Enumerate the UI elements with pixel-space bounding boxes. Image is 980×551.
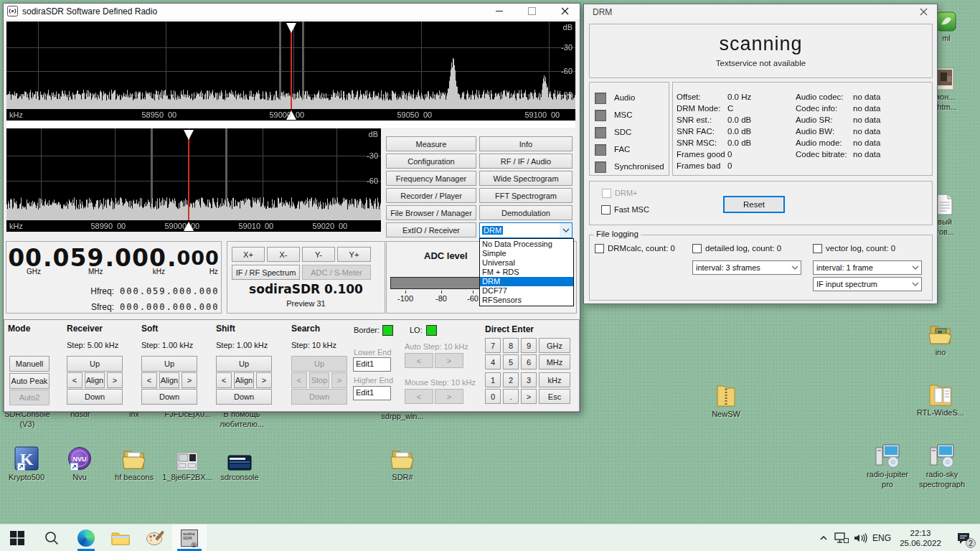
desktop-icon-sdrpp-win[interactable]: sdrpp_win... xyxy=(375,411,430,421)
drmcalc-count-0-checkbox[interactable] xyxy=(595,244,604,253)
titlebar[interactable]: sodiraSDR Software Defined Radio xyxy=(4,4,580,19)
shift-up-button[interactable]: Up xyxy=(216,356,272,372)
receiver-down-button[interactable]: Down xyxy=(67,389,123,405)
nav-button-extio-receiver[interactable]: ExtIO / Receiver xyxy=(386,222,476,237)
keypad-2-key[interactable]: 2 xyxy=(503,372,519,387)
minimize-button[interactable] xyxy=(487,4,512,19)
x-minus-button[interactable]: X- xyxy=(267,247,300,262)
tray-network-button[interactable] xyxy=(832,524,851,551)
nav-button-fft-spectrogram[interactable]: FFT Spectrogram xyxy=(479,188,573,203)
soft-align-button[interactable]: Align xyxy=(159,372,179,388)
tray-clock[interactable]: 22:13 25.06.2022 xyxy=(894,524,947,551)
close-button[interactable] xyxy=(552,4,577,19)
desktop-icon-1-8je6f2bx[interactable]: 1_8je6F2BX... xyxy=(160,445,215,482)
taskbar-paint-button[interactable] xyxy=(138,524,172,551)
auto-step-right-button[interactable]: > xyxy=(435,353,463,368)
tray-volume-button[interactable] xyxy=(851,524,870,551)
drm-titlebar[interactable]: DRM xyxy=(584,4,937,20)
keypad-8-key[interactable]: 8 xyxy=(503,338,519,353)
soft-right-button[interactable]: > xyxy=(182,372,197,388)
tray-language-indicator[interactable]: ENG xyxy=(870,524,894,551)
taskbar-sodirasdr-button[interactable]: sodiraSDR◎ xyxy=(172,524,207,551)
desktop-icon-sdrconsole[interactable]: sdrconsole xyxy=(212,445,267,482)
keypad-4-key[interactable]: 4 xyxy=(485,354,501,369)
demod-option-dcf77[interactable]: DCF77 xyxy=(480,286,573,296)
wide-spectrum-display[interactable] xyxy=(6,22,575,121)
tray-chevron-button[interactable] xyxy=(815,524,832,551)
shift-align-button[interactable]: Align xyxy=(234,372,254,388)
desktop-icon-nvu[interactable]: NVUNvu xyxy=(52,445,107,482)
if-rf-spectrum-button[interactable]: IF / RF Spectrum xyxy=(232,265,300,280)
adc-s-meter-button[interactable]: ADC / S-Meter xyxy=(302,265,371,280)
reset-button[interactable]: Reset xyxy=(723,196,785,213)
nav-button-info[interactable]: Info xyxy=(479,136,573,151)
mode-auto-peak-button[interactable]: Auto Peak xyxy=(9,373,50,389)
keypad-6-key[interactable]: 6 xyxy=(521,354,537,369)
nav-button-file-browser-manager[interactable]: File Browser / Manager xyxy=(386,205,476,220)
keypad-0-key[interactable]: 0 xyxy=(485,389,501,404)
mouse-step-left-button[interactable]: < xyxy=(405,389,433,404)
taskbar-file-explorer-button[interactable] xyxy=(103,524,138,551)
receiver-left-button[interactable]: < xyxy=(67,372,83,388)
desktop-icon-newsw[interactable]: NewSW xyxy=(699,382,753,419)
vector-log-source-combo[interactable]: IF input spectrum xyxy=(813,277,922,291)
detailed-log-interval-combo[interactable]: interval: 3 sframes xyxy=(692,260,801,275)
chevron-down-icon[interactable] xyxy=(909,278,921,291)
nav-button-wide-spectrogram[interactable]: Wide Spectrogram xyxy=(479,171,573,186)
demod-option-fm-rds[interactable]: FM + RDS xyxy=(480,268,573,277)
keypad-ghz-key[interactable]: GHz xyxy=(539,338,570,353)
search-up-button[interactable]: Up xyxy=(291,356,347,372)
fast-msc-checkbox[interactable] xyxy=(601,205,611,215)
keypad-1-key[interactable]: 1 xyxy=(485,372,501,387)
search-right-button[interactable]: > xyxy=(331,372,347,388)
taskbar-search-button[interactable] xyxy=(34,524,69,551)
detailed-log-count-0-checkbox[interactable] xyxy=(692,244,702,253)
mode-manuell-button[interactable]: Manuell xyxy=(9,356,50,372)
nav-button-measure[interactable]: Measure xyxy=(386,136,476,151)
chevron-down-icon[interactable] xyxy=(909,261,921,274)
keypad-arrow-key[interactable]: > xyxy=(521,389,537,404)
higher-end-input[interactable]: Edit1 xyxy=(353,386,391,400)
vector-log-count-0-checkbox[interactable] xyxy=(813,244,822,253)
maximize-button[interactable] xyxy=(519,4,544,19)
receiver-align-button[interactable]: Align xyxy=(85,372,105,388)
desktop-icon-radio-sky[interactable]: radio-skyspectrograph xyxy=(915,442,969,489)
x-plus-button[interactable]: X+ xyxy=(232,247,265,262)
y-minus-button[interactable]: Y- xyxy=(302,247,335,262)
desktop-icon-ino[interactable]: ino xyxy=(913,320,968,357)
shift-right-button[interactable]: > xyxy=(256,372,272,388)
start-button[interactable] xyxy=(0,524,34,551)
nav-button-frequency-manager[interactable]: Frequency Manager xyxy=(386,171,476,186)
chevron-down-icon[interactable] xyxy=(788,261,801,274)
desktop-icon-rtl-wides[interactable]: RTL-WideS... xyxy=(913,380,968,418)
keypad-3-key[interactable]: 3 xyxy=(521,372,537,387)
auto-step-left-button[interactable]: < xyxy=(405,353,433,368)
vector-log-interval-combo[interactable]: interval: 1 frame xyxy=(813,260,922,275)
desktop-icon-krypto500[interactable]: KKrypto500 xyxy=(0,445,54,482)
keypad-7-key[interactable]: 7 xyxy=(485,338,501,353)
frequency-readout[interactable]: 00GHz . 059MHz . 000kHz . 000Hz xyxy=(6,246,221,276)
nav-button-rf-if-audio[interactable]: RF / IF / Audio xyxy=(479,154,573,169)
demod-option-rfsensors[interactable]: RFSensors xyxy=(480,296,573,305)
demodulation-combo[interactable]: DRM xyxy=(479,222,573,238)
soft-down-button[interactable]: Down xyxy=(141,389,197,405)
keypad-5-key[interactable]: 5 xyxy=(503,354,519,369)
nav-button-demodulation[interactable]: Demodulation xyxy=(479,205,573,220)
keypad-dot-key[interactable]: . xyxy=(503,389,519,404)
nav-button-configuration[interactable]: Configuration xyxy=(386,154,476,169)
shift-down-button[interactable]: Down xyxy=(216,389,272,405)
drm-plus-checkbox[interactable] xyxy=(602,189,611,198)
desktop-icon-hf-beacons[interactable]: hf beacons xyxy=(107,445,161,482)
receiver-right-button[interactable]: > xyxy=(107,372,123,388)
search-left-button[interactable]: < xyxy=(291,372,307,388)
receiver-up-button[interactable]: Up xyxy=(67,356,123,372)
demod-option-universal[interactable]: Universal xyxy=(480,258,573,268)
desktop-icon-radio-jupiter[interactable]: radio-jupiterpro xyxy=(860,442,915,489)
mouse-step-right-button[interactable]: > xyxy=(435,389,463,404)
demod-option-no-data-processing[interactable]: No Data Processing xyxy=(480,240,573,249)
spectrum-scroll-strip[interactable] xyxy=(6,121,575,128)
lower-end-input[interactable]: Edit1 xyxy=(353,357,391,372)
chevron-down-icon[interactable] xyxy=(560,223,572,237)
demod-option-drm[interactable]: DRM xyxy=(480,277,573,286)
taskbar-edge-button[interactable] xyxy=(69,524,103,551)
